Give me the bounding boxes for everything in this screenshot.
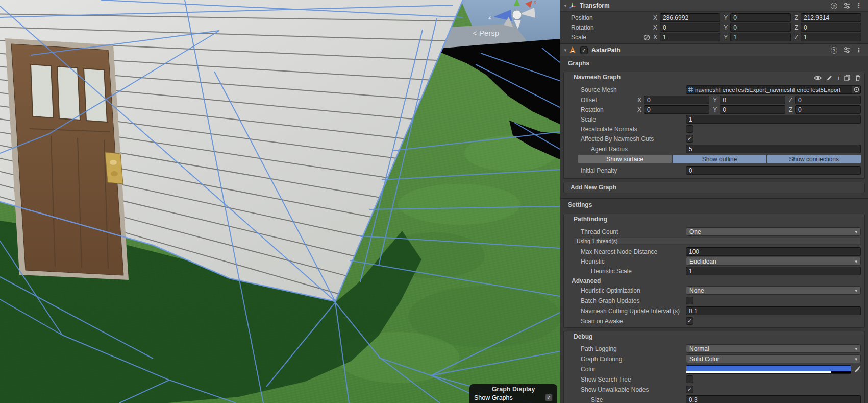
heuristic-scale-input[interactable]: [686, 267, 861, 275]
graph-scale-input[interactable]: [686, 115, 861, 124]
axis-y-label: Y: [713, 97, 717, 104]
scene-canvas: z x < Persp: [0, 0, 560, 403]
presets-icon[interactable]: [843, 2, 850, 9]
transform-header[interactable]: ▼ Transform ? ⋮: [560, 0, 868, 12]
color-alpha-bar: [686, 371, 831, 373]
graph-rotation-y-input[interactable]: [720, 105, 785, 114]
color-row: Color: [564, 365, 864, 374]
show-unwalkable-nodes-checkbox[interactable]: ✓: [686, 386, 693, 393]
heuristic-optimization-value: None: [689, 287, 704, 294]
gizmo-x-label: x: [534, 0, 536, 5]
graph-coloring-label: Graph Coloring: [581, 355, 622, 363]
inspector-panel: ▼ Transform ? ⋮ Position X: [560, 0, 868, 403]
source-mesh-object-field[interactable]: navmeshFenceTest5Export_navmeshFenceTest…: [686, 85, 861, 94]
offset-z-input[interactable]: [795, 96, 861, 104]
astarpath-title: AstarPath: [591, 46, 621, 54]
duplicate-icon[interactable]: [844, 75, 850, 81]
batch-graph-updates-checkbox[interactable]: ✓: [686, 297, 693, 304]
offset-x-input[interactable]: [644, 96, 709, 104]
rotation-y-input[interactable]: [730, 23, 790, 32]
eye-icon[interactable]: [814, 75, 822, 81]
pathfinding-box: Pathfinding Thread Count One ▾ Using 1 t…: [563, 214, 865, 328]
navmesh-graph-title: Navmesh Graph: [574, 74, 621, 81]
rotation-label: Rotation: [571, 24, 594, 31]
context-menu-icon[interactable]: ⋮: [856, 2, 862, 9]
position-z-input[interactable]: [801, 13, 861, 22]
agent-radius-row: Agent Radius: [564, 145, 864, 154]
heuristic-optimization-dropdown[interactable]: None ▾: [686, 286, 861, 295]
path-logging-dropdown[interactable]: Normal ▾: [686, 344, 861, 353]
scan-on-awake-checkbox[interactable]: ✓: [686, 317, 693, 325]
axis-y-label: Y: [724, 34, 728, 41]
edit-pencil-icon[interactable]: [826, 75, 833, 81]
scale-y-input[interactable]: [730, 33, 790, 41]
rotation-z-input[interactable]: [801, 23, 861, 32]
path-logging-label: Path Logging: [581, 345, 617, 352]
chevron-down-icon: ▾: [855, 229, 857, 234]
initial-penalty-input[interactable]: [686, 166, 861, 175]
size-input[interactable]: [686, 395, 861, 403]
link-scale-icon[interactable]: [643, 34, 650, 41]
help-icon[interactable]: ?: [831, 3, 837, 9]
heuristic-value: Euclidean: [689, 258, 716, 265]
show-connections-button[interactable]: Show connections: [767, 155, 861, 163]
agent-radius-input[interactable]: [686, 145, 861, 153]
foldout-icon[interactable]: ▼: [563, 4, 568, 8]
path-logging-value: Normal: [689, 345, 709, 352]
max-nearest-node-distance-input[interactable]: [686, 247, 861, 256]
component-enabled-checkbox[interactable]: ✓: [580, 46, 588, 54]
context-menu-icon[interactable]: ⋮: [856, 46, 862, 54]
affected-by-navmesh-cuts-checkbox[interactable]: ✓: [686, 135, 693, 143]
batch-graph-updates-row: Batch Graph Updates ✓: [564, 296, 864, 305]
show-graphs-checkbox[interactable]: ✓: [545, 394, 553, 401]
position-x-input[interactable]: [660, 13, 720, 22]
scale-x-input[interactable]: [660, 33, 720, 41]
astarpath-header[interactable]: ▼ ✓ AstarPath ? ⋮: [560, 44, 868, 56]
heuristic-dropdown[interactable]: Euclidean ▾: [686, 257, 861, 266]
max-nearest-node-distance-row: Max Nearest Node Distance: [564, 247, 864, 256]
rotation-x-input[interactable]: [660, 23, 720, 32]
graph-rotation-z-input[interactable]: [795, 105, 861, 114]
agent-radius-label: Agent Radius: [591, 146, 628, 153]
scale-z-input[interactable]: [801, 33, 861, 41]
thread-count-value: One: [689, 228, 701, 235]
offset-row: Offset X Y Z: [564, 96, 864, 105]
show-search-tree-checkbox[interactable]: ✓: [686, 375, 693, 383]
scan-on-awake-label: Scan on Awake: [581, 318, 623, 325]
graph-display-overlay: Graph Display Show Graphs ✓: [469, 384, 557, 403]
help-icon[interactable]: ?: [831, 47, 837, 54]
position-label: Position: [571, 14, 593, 21]
offset-y-input[interactable]: [720, 96, 785, 104]
position-y-input[interactable]: [730, 13, 790, 22]
delete-trash-icon[interactable]: [855, 75, 861, 81]
source-mesh-label: Source Mesh: [581, 86, 617, 93]
source-mesh-value: navmeshFenceTest5Export_navmeshFenceTest…: [695, 87, 851, 93]
thread-count-dropdown[interactable]: One ▾: [686, 227, 861, 236]
axis-z-label: Z: [789, 97, 792, 104]
axis-z-label: Z: [795, 24, 798, 31]
navmesh-cutting-update-interval-input[interactable]: [686, 306, 861, 315]
foldout-icon[interactable]: ▼: [563, 48, 568, 53]
recalculate-normals-checkbox[interactable]: ✓: [686, 125, 693, 133]
add-new-graph-button[interactable]: Add New Graph: [563, 182, 865, 193]
heuristic-optimization-label: Heuristic Optimization: [581, 287, 640, 294]
axis-z-label: Z: [795, 14, 798, 21]
axis-x-label: X: [637, 106, 641, 113]
color-swatch[interactable]: [686, 365, 851, 374]
show-outline-button[interactable]: Show outline: [673, 155, 766, 163]
perspective-toggle[interactable]: < Persp: [473, 29, 499, 37]
heuristic-label: Heuristic: [581, 258, 605, 265]
door-plate: [105, 152, 123, 184]
graph-rotation-x-input[interactable]: [644, 105, 709, 114]
info-icon[interactable]: i: [837, 74, 839, 82]
add-new-graph-label: Add New Graph: [571, 184, 616, 191]
presets-icon[interactable]: [843, 46, 850, 54]
object-picker-icon[interactable]: [852, 86, 860, 93]
graph-scale-label: Scale: [581, 116, 596, 123]
settings-section-label: Settings: [568, 201, 592, 209]
show-surface-button[interactable]: Show surface: [578, 155, 672, 163]
eyedropper-icon[interactable]: [854, 366, 861, 373]
graph-coloring-dropdown[interactable]: Solid Color ▾: [686, 354, 861, 363]
show-unwalkable-nodes-row: Show Unwalkable Nodes ✓: [564, 385, 864, 394]
scene-view[interactable]: z x < Persp Graph Display Show Graphs ✓: [0, 0, 560, 403]
